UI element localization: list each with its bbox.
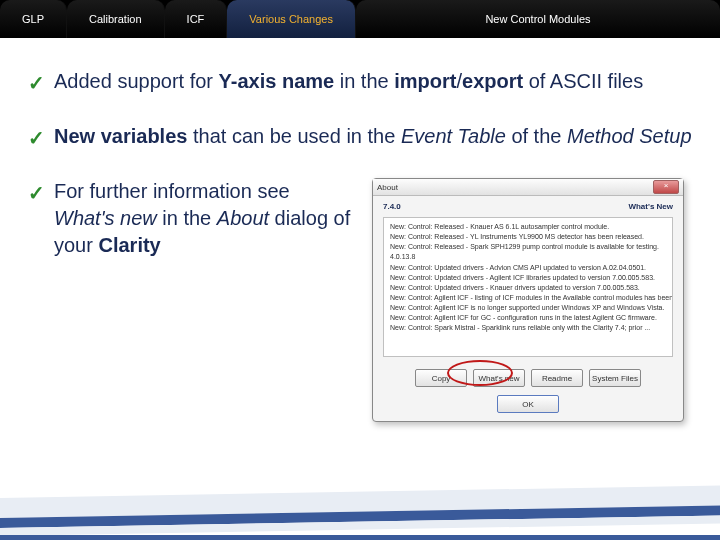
stripe-decoration [0, 515, 720, 536]
changelog-line: New: Control: Updated drivers - Knauer d… [390, 283, 666, 293]
tab-various-changes[interactable]: Various Changes [227, 0, 356, 38]
changelog-line: New: Control: Released - Spark SPH1299 p… [390, 242, 666, 252]
changelog-line: New: Control: Released - YL Instruments … [390, 232, 666, 242]
check-icon: ✓ [28, 125, 45, 152]
text-bold: import [394, 70, 456, 92]
text: Added support for [54, 70, 219, 92]
stripe-decoration [0, 505, 720, 528]
about-dialog: About × 7.4.0 What's New New: Control: R… [372, 178, 684, 422]
check-icon: ✓ [28, 180, 45, 207]
about-changelog[interactable]: New: Control: Released - Knauer AS 6.1L … [383, 217, 673, 357]
text-italic: Event Table [401, 125, 506, 147]
tab-bar: GLP Calibration ICF Various Changes New … [0, 0, 720, 38]
bullet-new-variables: ✓ New variables that can be used in the … [28, 123, 692, 150]
text: in the [157, 207, 217, 229]
text: of the [506, 125, 567, 147]
tab-glp[interactable]: GLP [0, 0, 67, 38]
text-italic: What's new [54, 207, 157, 229]
about-title: About [377, 183, 398, 192]
text: of ASCII files [523, 70, 643, 92]
stripe-decoration [0, 535, 720, 540]
tab-label: New Control Modules [485, 13, 590, 25]
about-version: 7.4.0 [383, 202, 401, 211]
bullet-whatsnew: ✓ For further information see What's new… [28, 178, 354, 259]
whatsnew-button[interactable]: What's new [473, 369, 525, 387]
check-icon: ✓ [28, 70, 45, 97]
slide-body: ✓ Added support for Y-axis name in the i… [0, 38, 720, 500]
changelog-line: New: Control: Agilent ICF for GC - confi… [390, 313, 666, 323]
about-titlebar: About × [373, 179, 683, 196]
system-files-button[interactable]: System Files [589, 369, 641, 387]
tab-icf[interactable]: ICF [165, 0, 228, 38]
changelog-line: New: Control: Agilent ICF - listing of I… [390, 293, 666, 303]
close-icon[interactable]: × [653, 180, 679, 194]
changelog-line: New: Control: Updated drivers - Advion C… [390, 263, 666, 273]
text-bold: Clarity [98, 234, 160, 256]
tab-new-control-modules[interactable]: New Control Modules [356, 0, 720, 38]
tab-label: Calibration [89, 13, 142, 25]
ok-button[interactable]: OK [497, 395, 559, 413]
changelog-line: New: Control: Agilent ICF is no longer s… [390, 303, 666, 313]
footer-stripes [0, 498, 720, 540]
tab-label: Various Changes [249, 13, 333, 25]
text-italic: About [217, 207, 269, 229]
changelog-line: New: Control: Released - Knauer AS 6.1L … [390, 222, 666, 232]
text-bold: Y-axis name [219, 70, 335, 92]
changelog-line: 4.0.13.8 [390, 252, 666, 262]
about-buttons: Copy What's new Readme System Files [373, 363, 683, 395]
text-bold: New variables [54, 125, 187, 147]
text-bold: export [462, 70, 523, 92]
text: For further information see [54, 180, 290, 202]
text-italic: Method Setup [567, 125, 692, 147]
bullet-yaxis: ✓ Added support for Y-axis name in the i… [28, 68, 692, 95]
about-header: 7.4.0 What's New [373, 196, 683, 215]
tab-label: ICF [187, 13, 205, 25]
bullet-row-about: ✓ For further information see What's new… [28, 178, 692, 422]
copy-button[interactable]: Copy [415, 369, 467, 387]
changelog-line: New: Control: Updated drivers - Agilent … [390, 273, 666, 283]
whatsnew-header: What's New [628, 202, 673, 211]
tab-calibration[interactable]: Calibration [67, 0, 165, 38]
readme-button[interactable]: Readme [531, 369, 583, 387]
tab-label: GLP [22, 13, 44, 25]
changelog-line: New: Control: Spark Mistral - Sparklink … [390, 323, 666, 333]
text: in the [334, 70, 394, 92]
text: that can be used in the [187, 125, 401, 147]
